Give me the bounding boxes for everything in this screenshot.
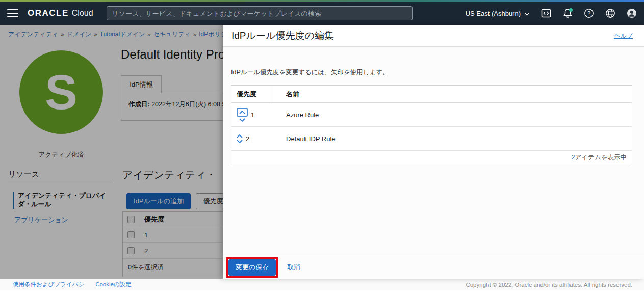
user-profile-icon[interactable]	[627, 8, 637, 18]
move-down-button[interactable]	[237, 140, 243, 143]
hamburger-menu-icon[interactable]	[7, 9, 18, 17]
copyright-text: Copyright © 2022, Oracle and/or its affi…	[466, 282, 632, 288]
cookie-settings-link[interactable]: Cookieの設定	[95, 281, 132, 288]
terms-privacy-link[interactable]: 使用条件およびプライバシ	[13, 281, 84, 288]
panel-description: IdPルール優先度を変更するには、矢印を使用します。	[231, 68, 632, 77]
move-up-button[interactable]	[237, 108, 248, 117]
panel-title: IdPルール優先度の編集	[231, 29, 334, 42]
priority-table: 優先度 名前 1	[231, 85, 632, 165]
region-label: US East (Ashburn)	[466, 10, 521, 17]
page-content-region: アイデンティティ»ドメイン»Tutorialドメイン»セキュリティ»IdPポリシ…	[0, 25, 644, 279]
help-icon[interactable]: ?	[584, 8, 594, 18]
logo-oracle: ORACLE	[28, 8, 69, 18]
notifications-bell-icon[interactable]	[562, 8, 573, 18]
global-search-input[interactable]	[107, 6, 413, 20]
region-selector[interactable]: US East (Ashburn)	[466, 10, 530, 17]
red-annotation-box: 変更の保存	[226, 257, 278, 278]
rule-name: Default IDP Rule	[273, 135, 632, 143]
item-count-status: 2アイテムを表示中	[231, 151, 632, 165]
rule-name: Azure Rule	[273, 111, 632, 119]
notification-badge-dot	[569, 8, 573, 12]
priority-row-default: 2 Default IDP Rule	[231, 127, 632, 151]
cancel-link[interactable]: 取消	[287, 263, 300, 272]
save-changes-button[interactable]: 変更の保存	[228, 259, 276, 276]
move-up-button[interactable]	[237, 134, 243, 138]
chevron-down-icon	[524, 10, 530, 17]
panel-body: IdPルール優先度を変更するには、矢印を使用します。 優先度 名前	[223, 47, 644, 256]
priority-row-azure: 1 Azure Rule	[231, 103, 632, 127]
priority-table-header: 優先度 名前	[231, 86, 632, 103]
panel-header: IdPルール優先度の編集 ヘルプ	[223, 25, 644, 47]
top-bar: ORACLE Cloud US East (Ashburn) ?	[0, 0, 644, 25]
page-footer: 使用条件およびプライバシ Cookieの設定 Copyright © 2022,…	[0, 279, 644, 290]
priority-value: 1	[251, 111, 254, 119]
priority-value: 2	[246, 135, 249, 143]
edit-idp-rule-priority-panel: IdPルール優先度の編集 ヘルプ IdPルール優先度を変更するには、矢印を使用し…	[223, 25, 644, 279]
logo-cloud: Cloud	[72, 9, 93, 18]
svg-text:?: ?	[587, 10, 590, 16]
name-column-header: 名前	[273, 86, 632, 102]
oracle-cloud-logo[interactable]: ORACLE Cloud	[28, 8, 93, 18]
developer-tools-icon[interactable]	[541, 8, 551, 18]
panel-footer: 変更の保存 取消	[223, 256, 644, 279]
priority-column-header: 優先度	[231, 86, 273, 102]
language-globe-icon[interactable]	[605, 8, 615, 18]
move-down-button[interactable]	[239, 118, 245, 122]
help-link[interactable]: ヘルプ	[614, 32, 633, 40]
